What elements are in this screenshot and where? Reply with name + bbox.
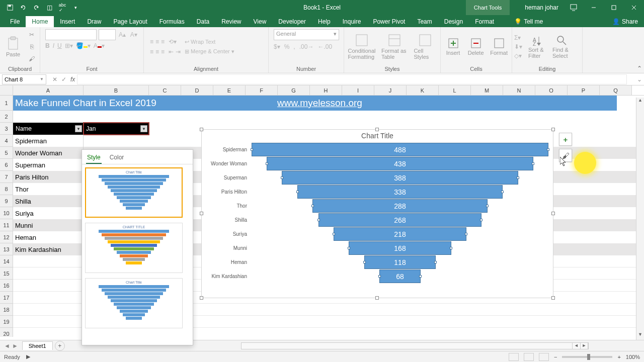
close-button[interactable]	[624, 0, 644, 15]
colheader-a[interactable]: A	[13, 85, 84, 95]
formula-bar-input[interactable]	[77, 74, 627, 84]
redo-button[interactable]	[30, 2, 42, 14]
tellme-search[interactable]: 💡Tell me	[510, 16, 547, 27]
colheader-n[interactable]: N	[503, 85, 535, 95]
format-painter-button[interactable]: 🖌	[26, 53, 37, 64]
rowheader-7[interactable]: 7	[0, 171, 13, 183]
chart-bar[interactable]: 388	[282, 171, 518, 185]
bold-button[interactable]: B	[45, 42, 50, 49]
font-color-button[interactable]: A▾	[94, 42, 105, 49]
clear-button[interactable]: ◇▾	[514, 52, 522, 59]
horizontal-scrollbar[interactable]: ◄ ►	[241, 342, 589, 349]
minimize-button[interactable]	[584, 0, 604, 15]
name-box[interactable]: Chart 8▼	[2, 74, 46, 84]
ribbon-options-button[interactable]	[564, 0, 584, 15]
chart-elements-button[interactable]: +	[559, 133, 572, 146]
resize-handle-bl[interactable]	[200, 296, 203, 300]
resize-handle-tr[interactable]	[551, 128, 555, 131]
resize-handle-br[interactable]	[551, 296, 555, 300]
decrease-indent-button[interactable]: ⇤	[169, 48, 174, 55]
resize-handle-bm[interactable]	[375, 296, 379, 300]
tab-review[interactable]: Review	[215, 16, 247, 27]
chart-object[interactable]: Chart Title Spiderman488Wonder Woman438S…	[201, 129, 553, 298]
rowheader-11[interactable]: 11	[0, 219, 13, 231]
colheader-q[interactable]: Q	[600, 85, 632, 95]
style-list[interactable]: Chart TitleCHART TITLEChart Title	[82, 164, 193, 342]
font-size-select[interactable]	[99, 29, 116, 40]
comma-button[interactable]: ,	[293, 43, 295, 50]
colheader-j[interactable]: J	[374, 85, 407, 95]
cell-name[interactable]: Suriya	[13, 207, 84, 219]
wrap-text-button[interactable]: ↩ Wrap Text	[185, 39, 234, 45]
orientation-button[interactable]: ⟲▾	[169, 38, 181, 45]
next-sheet-button[interactable]: ►	[12, 342, 18, 349]
italic-button[interactable]: I	[53, 42, 54, 49]
align-top-button[interactable]: ≡	[150, 38, 153, 45]
qat-more-button[interactable]: ▾	[69, 2, 82, 14]
rowheader-8[interactable]: 8	[0, 183, 13, 195]
rowheader-4[interactable]: 4	[0, 135, 13, 147]
header-jan[interactable]: Jan▼	[84, 123, 149, 135]
colheader-g[interactable]: G	[278, 85, 310, 95]
percent-button[interactable]: %	[284, 43, 290, 50]
filter-button-name[interactable]: ▼	[75, 125, 82, 132]
colheader-l[interactable]: L	[439, 85, 471, 95]
zoom-thumb[interactable]	[587, 354, 590, 360]
chart-bar[interactable]: 488	[252, 143, 548, 156]
style-thumbnail[interactable]: CHART TITLE	[85, 223, 183, 273]
copy-button[interactable]: ⎘	[26, 41, 37, 52]
fill-color-button[interactable]: 🪣▾	[76, 42, 91, 49]
page-break-view-button[interactable]	[539, 353, 549, 361]
rowheader-6[interactable]: 6	[0, 159, 13, 171]
conditional-formatting-button[interactable]: Conditional Formatting	[346, 33, 377, 61]
tab-home[interactable]: Home	[26, 16, 54, 27]
cell-name[interactable]: Superman	[13, 159, 84, 171]
select-all-button[interactable]	[0, 85, 13, 95]
tab-power-pivot[interactable]: Power Pivot	[367, 16, 411, 27]
rowheader-9[interactable]: 9	[0, 195, 13, 207]
maximize-button[interactable]	[604, 0, 624, 15]
scroll-right-button[interactable]: ►	[580, 343, 588, 349]
align-bottom-button[interactable]: ≡	[161, 38, 165, 45]
cell-name[interactable]: Thor	[13, 183, 84, 195]
rowheader-16[interactable]: 16	[0, 280, 13, 292]
resize-handle-mr[interactable]	[551, 212, 555, 215]
normal-view-button[interactable]	[509, 353, 519, 361]
style-thumbnail[interactable]: Chart Title	[85, 167, 183, 218]
tab-format[interactable]: Format	[469, 16, 500, 27]
collapse-ribbon-button[interactable]: ⌃	[637, 65, 642, 72]
scroll-up-button[interactable]: ▲	[636, 98, 644, 106]
rowheader-5[interactable]: 5	[0, 147, 13, 159]
rowheader-10[interactable]: 10	[0, 207, 13, 219]
chart-bar[interactable]: 68	[379, 269, 421, 283]
new-sheet-button[interactable]: +	[55, 341, 65, 351]
tab-view[interactable]: View	[248, 16, 273, 27]
colheader-m[interactable]: M	[471, 85, 503, 95]
zoom-out-button[interactable]: −	[554, 354, 557, 360]
align-right-button[interactable]: ≡	[161, 48, 165, 55]
chart-bar[interactable]: 338	[297, 185, 503, 199]
border-button[interactable]: ⊞▾	[65, 42, 73, 49]
cell-name[interactable]: Munni	[13, 219, 84, 231]
rowheader-1[interactable]: 1	[0, 96, 13, 111]
sheet-tab[interactable]: Sheet1	[22, 341, 53, 350]
spellcheck-button[interactable]: abc✓	[56, 2, 68, 14]
colheader-o[interactable]: O	[535, 85, 568, 95]
fx-icon[interactable]: fx	[70, 76, 77, 83]
insert-cells-button[interactable]: Insert	[443, 37, 463, 57]
rowheader-13[interactable]: 13	[0, 243, 13, 255]
cell-name[interactable]: Wonder Woman	[13, 147, 84, 159]
chart-title[interactable]: Chart Title	[202, 130, 553, 143]
undo-button[interactable]	[17, 2, 29, 14]
autosum-button[interactable]: Σ▾	[514, 34, 522, 41]
style-thumbnail[interactable]: Chart Title	[85, 278, 183, 328]
increase-decimal-button[interactable]: .00→	[299, 43, 314, 50]
zoom-in-button[interactable]: +	[617, 354, 620, 360]
rowheader-17[interactable]: 17	[0, 292, 13, 304]
colheader-p[interactable]: P	[568, 85, 600, 95]
rowheader-18[interactable]: 18	[0, 304, 13, 316]
rowheader-19[interactable]: 19	[0, 316, 13, 328]
header-name[interactable]: Name▼	[13, 123, 84, 135]
color-tab[interactable]: Color	[109, 152, 125, 164]
tab-data[interactable]: Data	[191, 16, 215, 27]
